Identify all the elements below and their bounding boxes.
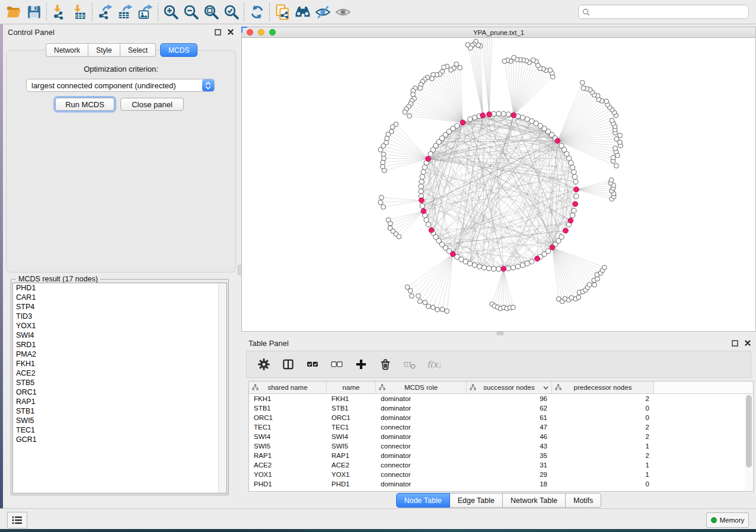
tab-select[interactable]: Select <box>120 43 156 57</box>
refresh-button[interactable] <box>247 2 267 21</box>
table-row[interactable]: YOX1YOX1connector291 <box>249 470 753 479</box>
cell-shared-name: SWI5 <box>249 443 327 450</box>
zoom-fit-button[interactable] <box>201 2 221 21</box>
zoom-in-icon <box>163 4 179 20</box>
memory-button[interactable]: Memory <box>706 512 749 528</box>
cell-shared-name: YOX1 <box>249 471 327 478</box>
task-history-button[interactable] <box>7 512 27 528</box>
select-all-button[interactable] <box>302 354 323 374</box>
deselect-all-button[interactable] <box>327 354 347 374</box>
float-table-panel-icon[interactable] <box>730 339 739 347</box>
table-row[interactable]: SWI4SWI4dominator462 <box>249 432 753 441</box>
tab-mcds[interactable]: MCDS <box>160 43 197 57</box>
cell-predecessor-nodes: 1 <box>552 462 654 469</box>
first-neighbors-button[interactable] <box>292 2 312 21</box>
zoom-fit-icon <box>203 4 219 20</box>
zoom-in-button[interactable] <box>161 2 181 21</box>
export-image-button[interactable] <box>135 2 155 21</box>
table-row[interactable]: ACE2ACE2connector311 <box>249 460 753 470</box>
import-network-button[interactable] <box>49 2 69 21</box>
result-list-scrollbar[interactable] <box>218 283 227 493</box>
control-panel-tabbar: NetworkStyleSelectMCDS <box>46 43 197 56</box>
tab-edge-table[interactable]: Edge Table <box>450 493 503 508</box>
cell-successor-nodes: 29 <box>467 471 552 478</box>
zoom-selected-button[interactable] <box>221 2 241 21</box>
table-toolbar: f(x) <box>246 351 751 378</box>
function-button[interactable]: f(x) <box>424 354 444 374</box>
mcds-result-group: MCDS result (17 nodes) PHD1CAR1STP4TID3Y… <box>11 279 229 495</box>
export-image-icon <box>138 4 154 20</box>
mcds-result-item: STP4 <box>13 302 227 312</box>
main-toolbar <box>0 0 756 24</box>
gear-button[interactable] <box>254 354 274 374</box>
cell-name: YOX1 <box>327 471 376 478</box>
control-panel-header: Control Panel <box>3 24 239 40</box>
column-header-MCDS-role[interactable]: MCDS role <box>376 382 467 393</box>
table-row[interactable]: STB1STB1dominator620 <box>249 403 753 413</box>
criterion-dropdown[interactable]: largest connected component (undirected) <box>26 79 215 92</box>
table-row[interactable]: TEC1TEC1connector472 <box>249 422 753 432</box>
export-table-button[interactable] <box>115 2 135 21</box>
function-icon: f(x) <box>428 357 441 372</box>
search-box[interactable] <box>578 5 749 19</box>
criterion-dropdown-value: largest connected component (undirected) <box>27 81 202 90</box>
control-panel: Control Panel NetworkStyleSelectMCDS Opt… <box>3 24 239 508</box>
delete-table-button[interactable] <box>400 354 420 374</box>
column-header-predecessor-nodes[interactable]: predecessor nodes <box>552 382 654 393</box>
sort-desc-icon <box>543 386 548 390</box>
show-details-button[interactable] <box>333 2 353 21</box>
close-panel-button[interactable]: Close panel <box>120 98 184 111</box>
export-network-button[interactable] <box>95 2 115 21</box>
close-window-icon[interactable] <box>247 29 253 36</box>
tab-network-table[interactable]: Network Table <box>503 493 566 508</box>
close-table-panel-icon[interactable] <box>743 339 752 347</box>
add-button[interactable] <box>351 354 371 374</box>
mcds-result-item: ORC1 <box>13 387 227 397</box>
tab-node-table[interactable]: Node Table <box>396 493 450 508</box>
open-session-button[interactable] <box>4 2 24 21</box>
table-row[interactable]: FKH1FKH1dominator962 <box>249 394 753 403</box>
cell-successor-nodes: 62 <box>467 405 552 412</box>
hide-details-button[interactable] <box>312 2 333 21</box>
export-table-icon <box>117 4 133 20</box>
run-mcds-button[interactable]: Run MCDS <box>55 98 114 111</box>
network-canvas[interactable] <box>242 38 755 331</box>
float-panel-icon[interactable] <box>213 28 222 36</box>
column-type-icon <box>555 384 562 390</box>
column-label: successor nodes <box>483 384 534 391</box>
cell-shared-name: FKH1 <box>249 395 327 402</box>
mcds-result-list[interactable]: PHD1CAR1STP4TID3YOX1SWI4SRD1PMA2FKH1ACE2… <box>12 283 227 493</box>
desktop-background-bottom <box>0 529 756 532</box>
save-session-button[interactable] <box>24 2 44 21</box>
tab-motifs[interactable]: Motifs <box>566 493 601 508</box>
maximize-window-icon[interactable] <box>269 29 276 36</box>
network-view-frame: YPA_prune.txt_1 <box>241 27 756 332</box>
column-header-successor-nodes[interactable]: successor nodes <box>467 382 552 393</box>
tab-style[interactable]: Style <box>88 43 120 57</box>
column-header-shared-name[interactable]: shared name <box>249 382 327 393</box>
network-from-selection-button[interactable] <box>272 2 292 21</box>
cell-successor-nodes: 43 <box>467 443 552 450</box>
tab-network[interactable]: Network <box>46 43 88 57</box>
table-row[interactable]: SWI5SWI5connector431 <box>249 441 753 451</box>
table-row[interactable]: ORC1ORC1dominator610 <box>249 413 753 422</box>
toolbar-separator <box>244 3 244 21</box>
toolbar-separator <box>158 3 158 21</box>
table-scrollbar-thumb[interactable] <box>746 395 752 467</box>
column-label: name <box>343 384 360 391</box>
minimize-window-icon[interactable] <box>258 29 264 36</box>
delete-button[interactable] <box>375 354 395 374</box>
table-scrollbar[interactable] <box>745 394 752 491</box>
cell-predecessor-nodes: 2 <box>552 452 654 459</box>
table-row[interactable]: RAP1RAP1dominator352 <box>249 451 753 460</box>
cell-name: STB1 <box>327 405 376 412</box>
column-header-name[interactable]: name <box>327 382 376 393</box>
search-input[interactable] <box>590 7 745 17</box>
network-frame-titlebar[interactable]: YPA_prune.txt_1 <box>242 27 755 38</box>
import-table-button[interactable] <box>69 2 90 21</box>
zoom-out-button[interactable] <box>181 2 201 21</box>
columns-button[interactable] <box>278 354 298 374</box>
close-panel-icon[interactable] <box>226 28 235 36</box>
table-row[interactable]: PHD1PHD1dominator180 <box>249 479 753 489</box>
cell-MCDS-role: connector <box>376 443 467 450</box>
